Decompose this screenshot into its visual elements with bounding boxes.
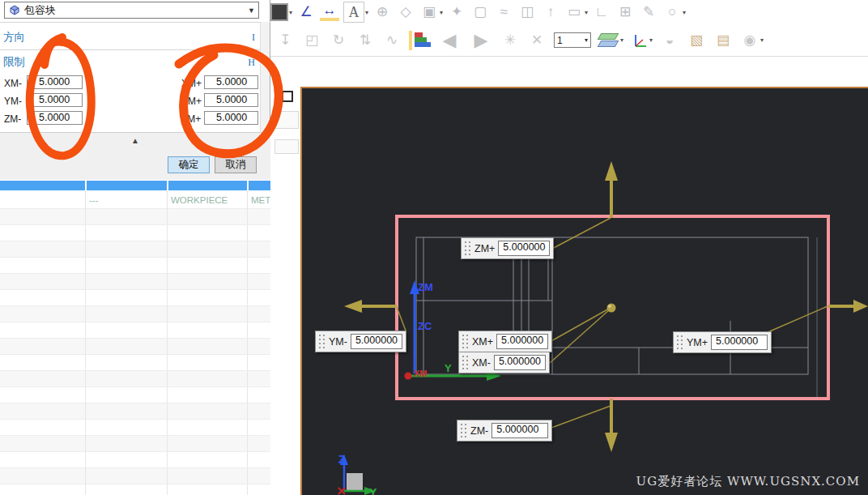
drag-origin-handle[interactable]: [607, 304, 616, 313]
extrude-icon[interactable]: ↑: [540, 2, 561, 23]
table-row[interactable]: [0, 403, 298, 420]
onscreen-input-zm-minus[interactable]: 5.000000: [491, 423, 548, 438]
table-cell[interactable]: [0, 306, 86, 322]
table-cell[interactable]: [0, 420, 86, 435]
onscreen-label-ym-plus[interactable]: YM+ 5.000000: [673, 331, 772, 353]
onscreen-label-xm-minus[interactable]: XM- 5.000000: [458, 352, 550, 373]
rotate-view-icon[interactable]: ↻: [328, 30, 349, 51]
table-cell[interactable]: [168, 484, 248, 495]
freeform-icon[interactable]: ≈: [493, 2, 514, 23]
datum-csys-icon[interactable]: ∟: [591, 2, 612, 23]
solid-cube-icon[interactable]: ▧: [686, 30, 707, 51]
table-cell[interactable]: [86, 355, 168, 370]
drag-handle-icon[interactable]: [318, 334, 326, 349]
section-plane-icon[interactable]: ◫: [517, 2, 538, 23]
wcs-orient-icon[interactable]: ▾: [630, 30, 653, 51]
drag-arrow-down[interactable]: [605, 399, 618, 452]
notched-cube-icon[interactable]: ▤: [713, 30, 734, 51]
offset-region-icon[interactable]: ◇: [395, 2, 416, 23]
table-row[interactable]: [0, 452, 298, 468]
table-cell[interactable]: [168, 436, 248, 451]
table-row[interactable]: [0, 241, 298, 258]
column-header-geometry[interactable]: WORKPIECE: [168, 190, 248, 209]
layer-spinner[interactable]: 1▾: [553, 30, 592, 51]
table-cell[interactable]: [0, 209, 86, 224]
reorient-view-icon[interactable]: ⇅: [355, 30, 376, 51]
table-cell[interactable]: [168, 241, 248, 257]
float-window-icon[interactable]: [282, 91, 293, 102]
ok-button[interactable]: 确定: [168, 156, 210, 173]
onscreen-input-xm-minus[interactable]: 5.000000: [494, 355, 546, 370]
onscreen-input-zm-plus[interactable]: 5.000000: [498, 241, 550, 256]
table-cell[interactable]: [86, 322, 168, 338]
cleanup-icon[interactable]: ✳: [500, 30, 521, 51]
onscreen-input-xm-plus[interactable]: 5.000000: [496, 334, 548, 349]
table-cell[interactable]: [86, 420, 168, 435]
table-cell[interactable]: [168, 306, 248, 322]
table-row[interactable]: [0, 225, 298, 241]
table-cell[interactable]: [168, 452, 248, 467]
graphics-viewport[interactable]: ZM ZC Y XM Z Y ZM+ 5.000000 YM-: [300, 87, 868, 495]
table-cell[interactable]: [168, 274, 248, 289]
table-row[interactable]: [0, 484, 298, 495]
assembly-sphere-icon-caret[interactable]: ▾: [760, 36, 764, 44]
drag-handle-icon[interactable]: [464, 241, 471, 256]
table-cell[interactable]: [168, 209, 248, 224]
wcs-orient-icon-caret[interactable]: ▾: [649, 36, 653, 44]
block-type-dropdown[interactable]: 包容块 ▼: [4, 2, 259, 19]
limit-field-ym-plus[interactable]: 5.0000: [204, 93, 258, 107]
table-cell[interactable]: [86, 258, 168, 273]
table-cell[interactable]: [0, 387, 86, 403]
limit-field-ym-minus[interactable]: 5.0000: [27, 93, 83, 107]
drag-arrow-right[interactable]: [828, 300, 868, 313]
table-cell[interactable]: [86, 371, 168, 386]
table-cell[interactable]: [0, 274, 86, 289]
collapse-arrow-icon[interactable]: ▲: [0, 136, 270, 145]
table-cell[interactable]: [0, 436, 86, 451]
table-row[interactable]: [0, 322, 298, 339]
color-swatch-icon[interactable]: ▾: [270, 2, 293, 23]
onscreen-label-ym-minus[interactable]: YM- 5.000000: [315, 331, 406, 352]
table-cell[interactable]: [168, 403, 248, 419]
pattern-feature-icon[interactable]: ✦: [446, 2, 467, 23]
table-cell[interactable]: [0, 468, 86, 484]
table-cell[interactable]: [168, 468, 248, 484]
raster-text-icon[interactable]: ✎: [638, 2, 659, 23]
rectangle-tool-icon[interactable]: ▭▾: [564, 2, 589, 23]
point-grid-icon[interactable]: ⊞: [615, 2, 636, 23]
table-cell[interactable]: [168, 371, 248, 386]
drag-handle-icon[interactable]: [676, 335, 683, 350]
table-cell[interactable]: [86, 290, 168, 305]
table-header-bar[interactable]: [0, 181, 85, 190]
text-note-icon-caret[interactable]: ▾: [365, 9, 368, 16]
table-row[interactable]: [0, 290, 298, 306]
table-cell[interactable]: [0, 484, 86, 495]
table-cell[interactable]: [0, 371, 86, 386]
table-cell[interactable]: [86, 274, 168, 289]
column-header-path[interactable]: ---: [86, 190, 168, 209]
table-cell[interactable]: [0, 355, 86, 370]
table-cell[interactable]: [0, 225, 86, 241]
table-cell[interactable]: [86, 225, 168, 241]
table-cell[interactable]: [168, 290, 248, 305]
color-swatch-icon-caret[interactable]: ▾: [289, 9, 292, 16]
table-row[interactable]: [0, 274, 298, 290]
rectangle-tool-icon-caret[interactable]: ▾: [585, 9, 588, 16]
table-cell[interactable]: [86, 306, 168, 322]
table-cell[interactable]: [0, 258, 86, 273]
back-arrow-icon[interactable]: ◀: [436, 30, 462, 51]
table-cell[interactable]: [168, 387, 248, 403]
table-cell[interactable]: [0, 322, 86, 338]
drag-arrow-left[interactable]: [344, 300, 397, 313]
table-row[interactable]: [0, 355, 298, 371]
limit-field-xm-minus[interactable]: 5.0000: [27, 75, 83, 89]
limit-field-zm-plus[interactable]: 5.0000: [204, 111, 258, 125]
text-note-icon[interactable]: A▾: [343, 2, 369, 23]
dome-view-icon[interactable]: ◒: [659, 30, 680, 51]
table-cell[interactable]: [86, 209, 168, 224]
forward-arrow-icon[interactable]: ▶: [468, 30, 494, 51]
table-cell[interactable]: [0, 241, 86, 257]
chevron-down-icon[interactable]: ▼: [248, 6, 255, 15]
measure-body-icon[interactable]: ↧: [274, 30, 296, 51]
circle-tool-icon-caret[interactable]: ▾: [683, 9, 686, 16]
